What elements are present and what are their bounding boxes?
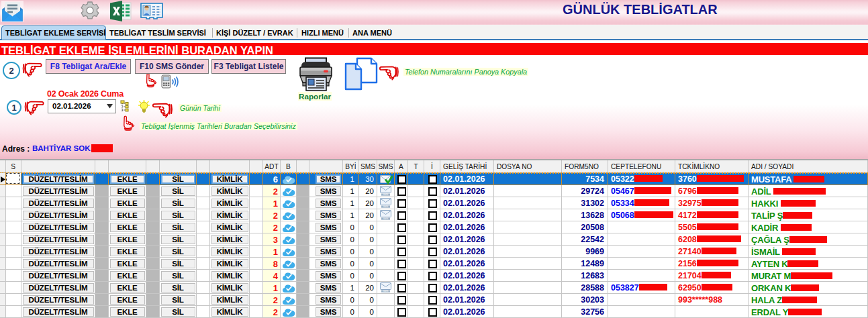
svg-text:SMS: SMS xyxy=(383,290,389,293)
svg-text:SMS: SMS xyxy=(383,205,389,208)
svg-text:SMS: SMS xyxy=(383,193,389,196)
svg-text:SMS: SMS xyxy=(383,217,389,220)
